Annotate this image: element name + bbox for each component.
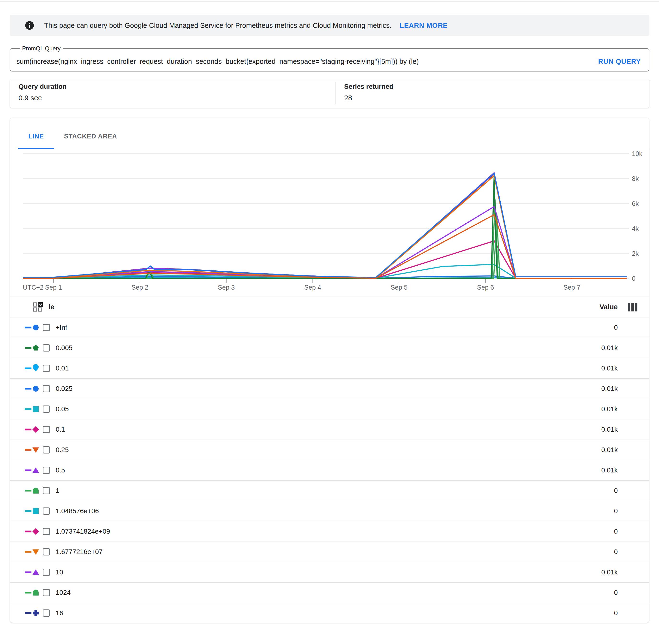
series-marker-icon: [24, 364, 41, 373]
table-row[interactable]: 160: [10, 603, 649, 623]
value-column-header: Value: [599, 303, 618, 311]
table-row[interactable]: 0.0250.01k: [10, 378, 649, 399]
series-value: 0: [614, 487, 618, 495]
table-row[interactable]: 0.50.01k: [10, 460, 649, 481]
series-le-label: 0.05: [56, 405, 69, 413]
row-checkbox[interactable]: [43, 589, 50, 596]
row-checkbox[interactable]: [43, 365, 50, 372]
y-axis-tick-label: 4k: [632, 225, 639, 232]
row-checkbox[interactable]: [43, 569, 50, 576]
series-marker-icon: [24, 465, 41, 475]
series-value: 0.01k: [601, 466, 618, 474]
row-checkbox[interactable]: [43, 528, 50, 535]
series-marker-icon: [24, 547, 41, 557]
x-axis-tick-label: Sep 6: [477, 284, 494, 291]
y-axis-tick-label: 10k: [632, 150, 642, 157]
table-row[interactable]: 0.010.01k: [10, 358, 649, 378]
series-line-1024: [23, 213, 627, 278]
y-axis-tick-label: 0: [632, 275, 635, 282]
series-le-label: +Inf: [56, 324, 67, 331]
series-le-label: 1.6777216e+07: [56, 548, 103, 556]
tab-stacked-area[interactable]: STACKED AREA: [54, 124, 127, 149]
row-checkbox[interactable]: [43, 324, 50, 331]
series-marker-icon: [24, 486, 41, 496]
series-line-0.25: [23, 215, 627, 278]
line-chart[interactable]: 02k4k6k8k10kUTC+2Sep 1Sep 2Sep 3Sep 4Sep…: [10, 149, 649, 294]
series-returned-stat: Series returned 28: [336, 79, 393, 108]
x-axis-tick-label: Sep 4: [304, 284, 321, 291]
series-le-label: 1.048576e+06: [56, 507, 99, 515]
series-le-label: 1024: [56, 589, 71, 597]
series-value: 0: [614, 324, 618, 331]
page-top-divider: [0, 1, 659, 2]
query-duration-stat: Query duration 0.9 sec: [10, 79, 335, 108]
series-le-label: 10: [56, 569, 63, 576]
series-line-+Inf: [23, 173, 627, 278]
learn-more-link[interactable]: LEARN MORE: [400, 22, 448, 29]
table-row[interactable]: 1.6777216e+070: [10, 542, 649, 562]
row-checkbox[interactable]: [43, 344, 50, 351]
table-row[interactable]: +Inf0: [10, 318, 649, 338]
row-checkbox[interactable]: [43, 406, 50, 413]
row-checkbox[interactable]: [43, 426, 50, 433]
series-marker-icon: [24, 527, 41, 536]
series-line-0.5: [23, 207, 627, 278]
series-value: 0.01k: [601, 446, 618, 454]
table-row[interactable]: 10240: [10, 582, 649, 603]
select-all-series-icon[interactable]: [32, 302, 43, 313]
table-row[interactable]: 100.01k: [10, 562, 649, 582]
run-query-button[interactable]: RUN QUERY: [598, 58, 641, 66]
series-le-label: 1: [56, 487, 60, 495]
series-line-0.005: [23, 176, 627, 278]
row-checkbox[interactable]: [43, 610, 50, 617]
series-marker-icon: [24, 323, 41, 332]
x-axis-tick-label: Sep 2: [132, 284, 149, 291]
row-checkbox[interactable]: [43, 467, 50, 474]
series-line-16: [23, 174, 627, 278]
table-row[interactable]: 0.250.01k: [10, 440, 649, 460]
y-axis-tick-label: 6k: [632, 200, 639, 207]
y-axis-tick-label: 8k: [632, 175, 639, 182]
info-icon: [25, 21, 34, 30]
table-row[interactable]: 10: [10, 481, 649, 501]
promql-query-label: PromQL Query: [20, 45, 63, 52]
series-value: 0.01k: [601, 344, 618, 352]
chart-plot-area[interactable]: 02k4k6k8k10kUTC+2Sep 1Sep 2Sep 3Sep 4Sep…: [10, 149, 649, 294]
series-value: 0.01k: [601, 385, 618, 393]
row-checkbox[interactable]: [43, 548, 50, 555]
series-line-10: [23, 173, 627, 278]
legend-rows: +Inf00.0050.01k0.010.01k0.0250.01k0.050.…: [10, 318, 649, 623]
group-by-column-header: le: [48, 303, 54, 311]
series-marker-icon: [24, 588, 41, 597]
series-marker-icon: [24, 425, 41, 434]
series-marker-icon: [24, 404, 41, 414]
table-row[interactable]: 0.10.01k: [10, 419, 649, 440]
series-value: 0.01k: [601, 365, 618, 372]
series-marker-icon: [24, 343, 41, 353]
row-checkbox[interactable]: [43, 385, 50, 392]
row-checkbox[interactable]: [43, 507, 50, 515]
promql-query-input[interactable]: [16, 58, 598, 66]
row-checkbox[interactable]: [43, 487, 50, 494]
info-banner: This page can query both Google Cloud Ma…: [9, 15, 650, 36]
query-duration-label: Query duration: [19, 83, 335, 90]
table-row[interactable]: 1.048576e+060: [10, 501, 649, 522]
table-row[interactable]: 1.073741824e+090: [10, 522, 649, 542]
tab-line[interactable]: LINE: [18, 124, 54, 149]
series-value: 0.01k: [601, 426, 618, 433]
columns-icon[interactable]: [628, 303, 637, 312]
series-marker-icon: [24, 384, 41, 393]
chart-card: LINE STACKED AREA 02k4k6k8k10kUTC+2Sep 1…: [9, 118, 650, 623]
series-legend-table: le Value +Inf00.0050.01k0.010.01k0.0250.…: [10, 297, 649, 623]
series-value: 0: [614, 609, 618, 617]
row-checkbox[interactable]: [43, 446, 50, 454]
legend-table-header: le Value: [10, 297, 649, 318]
table-row[interactable]: 0.0050.01k: [10, 338, 649, 358]
table-row[interactable]: 0.050.01k: [10, 399, 649, 419]
series-value: 0: [614, 589, 618, 597]
series-value: 0: [614, 548, 618, 556]
banner-text: This page can query both Google Cloud Ma…: [44, 22, 392, 29]
series-returned-label: Series returned: [344, 83, 393, 90]
series-le-label: 0.1: [56, 426, 65, 433]
x-axis-tick-label: Sep 7: [564, 284, 581, 291]
